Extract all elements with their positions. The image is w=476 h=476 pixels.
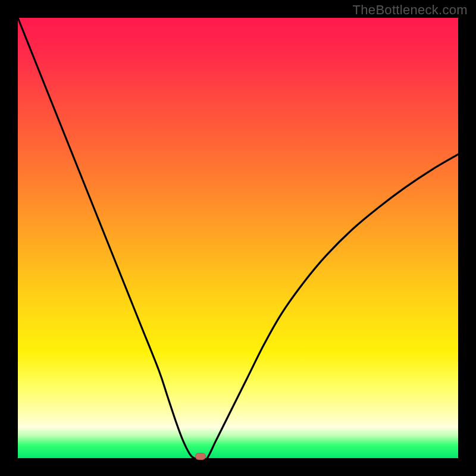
- chart-frame: TheBottleneck.com: [0, 0, 476, 476]
- plot-area: [18, 18, 458, 458]
- bottleneck-curve: [18, 18, 458, 458]
- min-marker: [195, 453, 206, 460]
- watermark-text: TheBottleneck.com: [353, 2, 468, 18]
- curve-svg: [18, 18, 458, 458]
